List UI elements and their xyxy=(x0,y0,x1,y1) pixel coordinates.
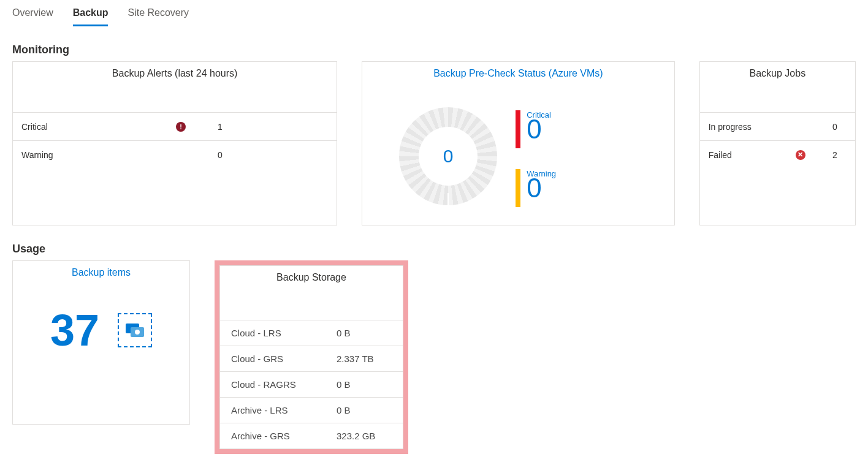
storage-row-archive-grs[interactable]: Archive - GRS 323.2 GB xyxy=(220,423,403,448)
precheck-card[interactable]: Backup Pre-Check Status (Azure VMs) 0 Cr… xyxy=(362,61,675,225)
storage-row-archive-lrs[interactable]: Archive - LRS 0 B xyxy=(220,397,403,423)
precheck-donut-value: 0 xyxy=(419,127,478,186)
backup-items-value: 37 xyxy=(50,305,99,355)
alerts-row-warning[interactable]: Warning 0 xyxy=(13,140,337,168)
storage-value: 2.337 TB xyxy=(337,354,392,364)
precheck-title[interactable]: Backup Pre-Check Status (Azure VMs) xyxy=(362,62,674,81)
precheck-warning-value: 0 xyxy=(527,175,556,202)
section-usage-title: Usage xyxy=(12,243,856,255)
critical-icon: ! xyxy=(176,122,186,132)
alerts-warning-label: Warning xyxy=(21,150,144,160)
storage-label: Archive - LRS xyxy=(231,405,337,415)
storage-value: 0 B xyxy=(337,379,392,390)
backup-storage-highlight: Backup Storage Cloud - LRS 0 B Cloud - G… xyxy=(215,260,408,454)
backup-alerts-title: Backup Alerts (last 24 hours) xyxy=(13,62,337,81)
precheck-critical-value: 0 xyxy=(527,116,551,143)
jobs-failed-value: 2 xyxy=(819,150,837,160)
precheck-legend-warning[interactable]: Warning 0 xyxy=(516,169,556,207)
svg-point-2 xyxy=(135,330,140,335)
alerts-critical-label: Critical xyxy=(21,122,144,132)
jobs-failed-label: Failed xyxy=(709,150,782,160)
usage-row: Backup items 37 Backup Storage Cloud - L… xyxy=(12,260,856,454)
jobs-row-inprogress[interactable]: In progress 0 xyxy=(700,112,855,140)
backup-items-card[interactable]: Backup items 37 xyxy=(12,260,190,425)
storage-row-cloud-grs[interactable]: Cloud - GRS 2.337 TB xyxy=(220,346,403,371)
tab-backup[interactable]: Backup xyxy=(73,2,108,26)
storage-label: Cloud - LRS xyxy=(231,328,337,338)
precheck-donut: 0 xyxy=(399,107,497,205)
failed-icon: ✕ xyxy=(796,150,805,160)
jobs-inprogress-value: 0 xyxy=(819,122,837,132)
storage-value: 323.2 GB xyxy=(337,431,392,441)
alerts-critical-value: 1 xyxy=(218,122,242,132)
storage-value: 0 B xyxy=(337,328,392,338)
storage-label: Archive - GRS xyxy=(231,431,337,441)
alerts-warning-value: 0 xyxy=(218,150,242,160)
alerts-row-critical[interactable]: Critical ! 1 xyxy=(13,112,337,140)
warning-bar-icon xyxy=(516,169,520,207)
backup-storage-title: Backup Storage xyxy=(220,266,403,286)
critical-bar-icon xyxy=(516,110,520,148)
storage-row-cloud-lrs[interactable]: Cloud - LRS 0 B xyxy=(220,320,403,346)
backup-items-title[interactable]: Backup items xyxy=(13,261,189,281)
storage-value: 0 B xyxy=(337,405,392,415)
storage-label: Cloud - RAGRS xyxy=(231,379,337,390)
monitoring-row: Backup Alerts (last 24 hours) Critical !… xyxy=(12,61,856,225)
backup-storage-card[interactable]: Backup Storage Cloud - LRS 0 B Cloud - G… xyxy=(219,265,403,449)
jobs-inprogress-label: In progress xyxy=(709,122,782,132)
tab-site-recovery[interactable]: Site Recovery xyxy=(128,2,189,26)
storage-label: Cloud - GRS xyxy=(231,354,337,364)
tab-overview[interactable]: Overview xyxy=(12,2,53,26)
backup-items-icon xyxy=(118,313,152,347)
precheck-legend-critical[interactable]: Critical 0 xyxy=(516,110,556,148)
storage-row-cloud-ragrs[interactable]: Cloud - RAGRS 0 B xyxy=(220,371,403,397)
backup-alerts-card[interactable]: Backup Alerts (last 24 hours) Critical !… xyxy=(12,61,337,225)
tab-bar: Overview Backup Site Recovery xyxy=(12,0,856,26)
backup-jobs-title: Backup Jobs xyxy=(700,62,855,81)
section-monitoring-title: Monitoring xyxy=(12,44,856,56)
backup-jobs-card[interactable]: Backup Jobs In progress 0 Failed ✕ 2 xyxy=(699,61,856,225)
jobs-row-failed[interactable]: Failed ✕ 2 xyxy=(700,140,855,168)
